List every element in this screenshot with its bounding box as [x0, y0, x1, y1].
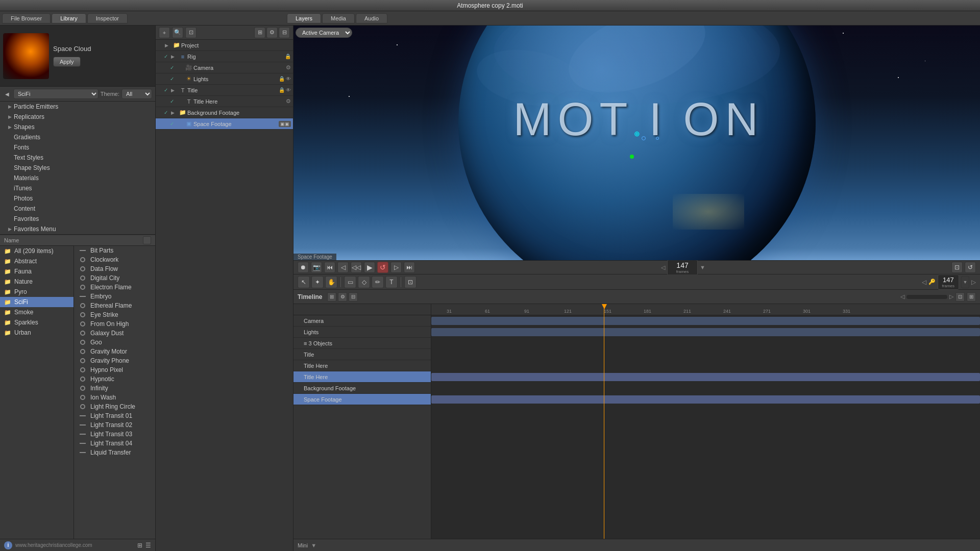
list-item[interactable]: Data Flow — [74, 264, 155, 273]
pen-tool[interactable]: ✏ — [372, 276, 384, 288]
list-item[interactable]: Light Transit 03 — [74, 430, 155, 439]
category-pyro[interactable]: 📁Pyro — [0, 287, 74, 297]
tl-zoom-out-btn[interactable]: ◁ — [900, 293, 904, 300]
shape-tool[interactable]: ▭ — [344, 276, 356, 288]
theme-select[interactable]: All — [121, 89, 152, 99]
category-sparkles[interactable]: 📁Sparkles — [0, 317, 74, 328]
mini-expand-btn[interactable]: ▼ — [311, 542, 316, 548]
grid-view-icon[interactable]: ⊞ — [137, 542, 142, 549]
tab-file-browser[interactable]: File Browser — [2, 13, 51, 23]
list-item[interactable]: Liquid Transfer — [74, 448, 155, 457]
step-forward-btn[interactable]: ▷ — [390, 262, 402, 273]
record-btn[interactable]: ⏺ — [298, 262, 309, 273]
tl-row-space-footage[interactable]: Space Footage — [293, 394, 431, 405]
category-abstract[interactable]: 📁Abstract — [0, 256, 74, 266]
bezier-tool[interactable]: ◇ — [358, 276, 370, 288]
tab-media[interactable]: Media — [322, 13, 355, 23]
layer-row-rig[interactable]: ✓ ▶ ≡ Rig 🔒 — [156, 51, 293, 62]
list-item[interactable]: Infinity — [74, 384, 155, 393]
fast-forward-btn[interactable]: ⏭ — [404, 262, 415, 273]
category-all[interactable]: 📁All (209 items) — [0, 246, 74, 256]
tl-row-background-footage[interactable]: Background Footage — [293, 383, 431, 394]
tl-row-title[interactable]: Title — [293, 349, 431, 360]
track-lights[interactable] — [431, 327, 980, 338]
fullscreen-btn[interactable]: ⊡ — [951, 262, 963, 273]
tl-grid-btn[interactable]: ⊞ — [327, 292, 336, 302]
track-3objects[interactable] — [431, 338, 980, 349]
layer-row-camera[interactable]: ✓ 🎥 Camera ⚙ — [156, 62, 293, 73]
lib-prev-arrow[interactable]: ◀ — [3, 90, 11, 98]
layer-row-space-footage[interactable]: ✓ ▣ Space Footage ▣▣ — [156, 118, 293, 130]
list-item[interactable]: Ion Wash — [74, 393, 155, 402]
list-item[interactable]: Gravity Motor — [74, 347, 155, 356]
delete-layer-btn[interactable]: ⊡ — [185, 27, 197, 38]
frame-rewind-btn[interactable]: ◁ — [661, 264, 665, 271]
layer-row-project[interactable]: ▶ 📁 Project — [156, 40, 293, 51]
tl-scroll-track[interactable] — [906, 295, 947, 299]
info-button[interactable]: i — [4, 541, 12, 549]
list-item[interactable]: Digital City — [74, 273, 155, 283]
sidebar-item-text-styles[interactable]: ▶Text Styles — [0, 153, 155, 163]
tl-row-title-here-2[interactable]: Title Here — [293, 371, 431, 383]
track-camera[interactable] — [431, 315, 980, 327]
list-item[interactable]: Light Transit 02 — [74, 420, 155, 430]
text-tool[interactable]: T — [385, 276, 398, 288]
list-item[interactable]: Light Transit 01 — [74, 411, 155, 420]
library-name-select[interactable]: SciFi — [13, 89, 99, 99]
step-back-btn[interactable]: ◁ — [337, 262, 349, 273]
layers-settings-btn[interactable]: ⚙ — [266, 27, 278, 38]
tl-row-camera[interactable]: Camera — [293, 315, 431, 327]
paint-tool[interactable]: ⊡ — [404, 276, 416, 288]
tl-row-title-here-1[interactable]: Title Here — [293, 360, 431, 371]
list-item[interactable]: Eye Strike — [74, 310, 155, 319]
gear-icon[interactable]: ⚙ — [286, 64, 291, 71]
frame-dropdown[interactable]: ▼ — [700, 264, 705, 270]
list-item[interactable]: Ethereal Flame — [74, 301, 155, 310]
list-item[interactable]: Light Transit 04 — [74, 439, 155, 448]
track-title[interactable] — [431, 349, 980, 360]
list-item[interactable]: Goo — [74, 338, 155, 347]
category-nature[interactable]: 📁Nature — [0, 277, 74, 287]
list-item[interactable]: Clockwork — [74, 255, 155, 264]
tl-more-btn[interactable]: ⊟ — [349, 292, 358, 302]
tab-layers[interactable]: Layers — [287, 13, 321, 23]
sidebar-item-fonts[interactable]: ▶Fonts — [0, 142, 155, 153]
frame-dropdown-btn[interactable]: ▼ — [961, 276, 969, 288]
list-item[interactable]: Electron Flame — [74, 283, 155, 292]
list-item[interactable]: Hypnotic — [74, 374, 155, 384]
sidebar-item-particle-emitters[interactable]: ▶Particle Emitters — [0, 102, 155, 112]
sidebar-item-photos[interactable]: ▶Photos — [0, 193, 155, 204]
sidebar-item-shape-styles[interactable]: ▶Shape Styles — [0, 163, 155, 173]
add-layer-btn[interactable]: + — [159, 27, 170, 38]
tl-settings-btn[interactable]: ⚙ — [338, 292, 347, 302]
rewind-btn[interactable]: ⏮ — [324, 262, 335, 273]
list-item[interactable]: From On High — [74, 319, 155, 329]
search-layer-btn[interactable]: 🔍 — [172, 27, 183, 38]
tl-row-3objects[interactable]: ≡ 3 Objects — [293, 338, 431, 349]
layers-more-btn[interactable]: ⊟ — [279, 27, 290, 38]
apply-button[interactable]: Apply — [53, 57, 81, 67]
layer-row-title[interactable]: ✓ ▶ T Title 🔒 👁 — [156, 85, 293, 96]
tab-library[interactable]: Library — [52, 13, 86, 23]
tl-expand-btn[interactable]: ⊞ — [967, 292, 976, 302]
track-background-footage[interactable] — [431, 383, 980, 394]
keyframe-prev-btn[interactable]: ◁ — [922, 279, 926, 286]
transform-tool[interactable]: ✦ — [311, 276, 324, 288]
audio-btn[interactable]: ↺ — [965, 262, 976, 273]
list-item[interactable]: Hypno Pixel — [74, 365, 155, 374]
select-tool[interactable]: ↖ — [298, 276, 310, 288]
canvas-viewport[interactable]: M O T I O N ⊕ Space Footage — [293, 26, 980, 260]
name-sort-btn[interactable] — [143, 236, 151, 244]
sidebar-item-materials[interactable]: ▶Materials — [0, 173, 155, 183]
category-urban[interactable]: 📁Urban — [0, 328, 74, 338]
play-btn[interactable]: ▶ — [364, 262, 375, 273]
pan-tool[interactable]: ✋ — [325, 276, 337, 288]
list-item[interactable]: Embryo — [74, 292, 155, 301]
sidebar-item-content[interactable]: ▶Content — [0, 204, 155, 214]
track-title-here-1[interactable] — [431, 360, 980, 371]
tab-inspector[interactable]: Inspector — [87, 13, 128, 23]
camera-select[interactable]: Active Camera — [296, 28, 352, 38]
keyframe-next-btn[interactable]: ▷ — [971, 279, 976, 286]
playhead[interactable] — [604, 304, 604, 539]
list-view-icon[interactable]: ☰ — [145, 542, 151, 549]
